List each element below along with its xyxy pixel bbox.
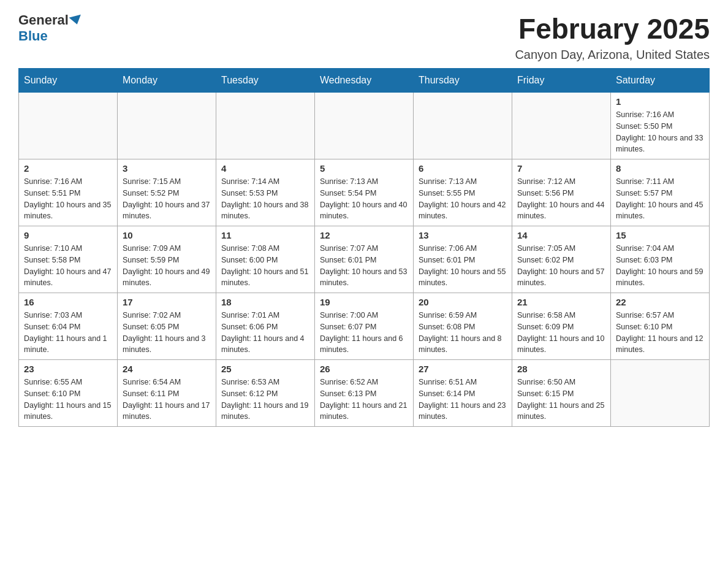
day-number: 6	[419, 163, 507, 174]
day-info: Sunrise: 7:05 AMSunset: 6:02 PMDaylight:…	[517, 243, 605, 289]
day-info: Sunrise: 6:57 AMSunset: 6:10 PMDaylight:…	[616, 310, 704, 356]
day-info: Sunrise: 6:55 AMSunset: 6:10 PMDaylight:…	[24, 377, 112, 423]
day-number: 19	[320, 297, 408, 307]
week-row-5: 23Sunrise: 6:55 AMSunset: 6:10 PMDayligh…	[19, 360, 710, 427]
logo-arrow-icon	[69, 15, 83, 26]
calendar-cell: 1Sunrise: 7:16 AMSunset: 5:50 PMDaylight…	[611, 93, 710, 159]
calendar-cell: 13Sunrise: 7:06 AMSunset: 6:01 PMDayligh…	[414, 226, 512, 293]
logo: General Blue	[18, 12, 83, 44]
header-cell-wednesday: Wednesday	[315, 69, 414, 93]
calendar-cell: 23Sunrise: 6:55 AMSunset: 6:10 PMDayligh…	[19, 360, 118, 427]
day-info: Sunrise: 6:59 AMSunset: 6:08 PMDaylight:…	[419, 310, 507, 356]
header-cell-thursday: Thursday	[414, 69, 512, 93]
calendar-table: SundayMondayTuesdayWednesdayThursdayFrid…	[18, 68, 710, 427]
calendar-cell: 6Sunrise: 7:13 AMSunset: 5:55 PMDaylight…	[414, 159, 512, 226]
page-header: General Blue February 2025 Canyon Day, A…	[18, 12, 710, 62]
day-number: 21	[517, 297, 605, 307]
day-number: 18	[221, 297, 309, 307]
day-number: 25	[221, 364, 309, 374]
day-info: Sunrise: 7:01 AMSunset: 6:06 PMDaylight:…	[221, 310, 309, 356]
header-cell-sunday: Sunday	[19, 69, 118, 93]
day-number: 17	[123, 297, 211, 307]
day-info: Sunrise: 6:54 AMSunset: 6:11 PMDaylight:…	[123, 377, 211, 423]
day-number: 8	[616, 163, 704, 174]
calendar-cell: 4Sunrise: 7:14 AMSunset: 5:53 PMDaylight…	[216, 159, 315, 226]
day-number: 2	[24, 163, 112, 174]
title-section: February 2025 Canyon Day, Arizona, Unite…	[515, 12, 710, 62]
month-title: February 2025	[515, 12, 710, 45]
day-number: 11	[221, 230, 309, 240]
calendar-cell	[118, 93, 216, 159]
day-info: Sunrise: 7:02 AMSunset: 6:05 PMDaylight:…	[123, 310, 211, 356]
calendar-cell: 24Sunrise: 6:54 AMSunset: 6:11 PMDayligh…	[118, 360, 216, 427]
day-info: Sunrise: 7:06 AMSunset: 6:01 PMDaylight:…	[419, 243, 507, 289]
calendar-cell: 25Sunrise: 6:53 AMSunset: 6:12 PMDayligh…	[216, 360, 315, 427]
day-number: 3	[123, 163, 211, 174]
day-info: Sunrise: 7:11 AMSunset: 5:57 PMDaylight:…	[616, 176, 704, 222]
calendar-cell: 18Sunrise: 7:01 AMSunset: 6:06 PMDayligh…	[216, 293, 315, 360]
calendar-cell: 9Sunrise: 7:10 AMSunset: 5:58 PMDaylight…	[19, 226, 118, 293]
calendar-cell: 10Sunrise: 7:09 AMSunset: 5:59 PMDayligh…	[118, 226, 216, 293]
day-number: 26	[320, 364, 408, 374]
day-info: Sunrise: 6:52 AMSunset: 6:13 PMDaylight:…	[320, 377, 408, 423]
calendar-cell: 26Sunrise: 6:52 AMSunset: 6:13 PMDayligh…	[315, 360, 414, 427]
day-number: 20	[419, 297, 507, 307]
day-number: 7	[517, 163, 605, 174]
calendar-cell: 11Sunrise: 7:08 AMSunset: 6:00 PMDayligh…	[216, 226, 315, 293]
calendar-header: SundayMondayTuesdayWednesdayThursdayFrid…	[19, 69, 710, 93]
day-info: Sunrise: 7:08 AMSunset: 6:00 PMDaylight:…	[221, 243, 309, 289]
calendar-cell: 20Sunrise: 6:59 AMSunset: 6:08 PMDayligh…	[414, 293, 512, 360]
calendar-cell: 3Sunrise: 7:15 AMSunset: 5:52 PMDaylight…	[118, 159, 216, 226]
calendar-cell: 19Sunrise: 7:00 AMSunset: 6:07 PMDayligh…	[315, 293, 414, 360]
day-number: 14	[517, 230, 605, 240]
day-number: 27	[419, 364, 507, 374]
header-cell-friday: Friday	[512, 69, 611, 93]
day-info: Sunrise: 6:58 AMSunset: 6:09 PMDaylight:…	[517, 310, 605, 356]
calendar-cell: 22Sunrise: 6:57 AMSunset: 6:10 PMDayligh…	[611, 293, 710, 360]
day-info: Sunrise: 7:12 AMSunset: 5:56 PMDaylight:…	[517, 176, 605, 222]
day-info: Sunrise: 7:04 AMSunset: 6:03 PMDaylight:…	[616, 243, 704, 289]
logo-blue-text: Blue	[18, 28, 48, 44]
day-number: 24	[123, 364, 211, 374]
calendar-cell: 15Sunrise: 7:04 AMSunset: 6:03 PMDayligh…	[611, 226, 710, 293]
day-number: 5	[320, 163, 408, 174]
week-row-1: 1Sunrise: 7:16 AMSunset: 5:50 PMDaylight…	[19, 93, 710, 159]
calendar-cell	[216, 93, 315, 159]
day-info: Sunrise: 7:14 AMSunset: 5:53 PMDaylight:…	[221, 176, 309, 222]
day-number: 9	[24, 230, 112, 240]
day-info: Sunrise: 7:00 AMSunset: 6:07 PMDaylight:…	[320, 310, 408, 356]
calendar-cell: 7Sunrise: 7:12 AMSunset: 5:56 PMDaylight…	[512, 159, 611, 226]
calendar-cell: 21Sunrise: 6:58 AMSunset: 6:09 PMDayligh…	[512, 293, 611, 360]
calendar-cell: 28Sunrise: 6:50 AMSunset: 6:15 PMDayligh…	[512, 360, 611, 427]
header-cell-saturday: Saturday	[611, 69, 710, 93]
week-row-3: 9Sunrise: 7:10 AMSunset: 5:58 PMDaylight…	[19, 226, 710, 293]
calendar-cell: 17Sunrise: 7:02 AMSunset: 6:05 PMDayligh…	[118, 293, 216, 360]
calendar-body: 1Sunrise: 7:16 AMSunset: 5:50 PMDaylight…	[19, 93, 710, 427]
day-number: 12	[320, 230, 408, 240]
day-info: Sunrise: 6:50 AMSunset: 6:15 PMDaylight:…	[517, 377, 605, 423]
day-info: Sunrise: 7:03 AMSunset: 6:04 PMDaylight:…	[24, 310, 112, 356]
header-row: SundayMondayTuesdayWednesdayThursdayFrid…	[19, 69, 710, 93]
calendar-cell	[611, 360, 710, 427]
day-info: Sunrise: 6:53 AMSunset: 6:12 PMDaylight:…	[221, 377, 309, 423]
day-info: Sunrise: 7:16 AMSunset: 5:50 PMDaylight:…	[616, 109, 704, 155]
calendar-cell	[19, 93, 118, 159]
calendar-cell	[315, 93, 414, 159]
day-number: 1	[616, 96, 704, 107]
week-row-4: 16Sunrise: 7:03 AMSunset: 6:04 PMDayligh…	[19, 293, 710, 360]
day-info: Sunrise: 7:13 AMSunset: 5:55 PMDaylight:…	[419, 176, 507, 222]
day-info: Sunrise: 6:51 AMSunset: 6:14 PMDaylight:…	[419, 377, 507, 423]
calendar-cell: 8Sunrise: 7:11 AMSunset: 5:57 PMDaylight…	[611, 159, 710, 226]
location-subtitle: Canyon Day, Arizona, United States	[515, 48, 710, 62]
calendar-cell: 16Sunrise: 7:03 AMSunset: 6:04 PMDayligh…	[19, 293, 118, 360]
header-cell-monday: Monday	[118, 69, 216, 93]
calendar-cell: 27Sunrise: 6:51 AMSunset: 6:14 PMDayligh…	[414, 360, 512, 427]
calendar-cell: 2Sunrise: 7:16 AMSunset: 5:51 PMDaylight…	[19, 159, 118, 226]
day-info: Sunrise: 7:16 AMSunset: 5:51 PMDaylight:…	[24, 176, 112, 222]
calendar-cell	[512, 93, 611, 159]
day-info: Sunrise: 7:09 AMSunset: 5:59 PMDaylight:…	[123, 243, 211, 289]
calendar-cell	[414, 93, 512, 159]
day-info: Sunrise: 7:15 AMSunset: 5:52 PMDaylight:…	[123, 176, 211, 222]
day-info: Sunrise: 7:07 AMSunset: 6:01 PMDaylight:…	[320, 243, 408, 289]
calendar-cell: 5Sunrise: 7:13 AMSunset: 5:54 PMDaylight…	[315, 159, 414, 226]
